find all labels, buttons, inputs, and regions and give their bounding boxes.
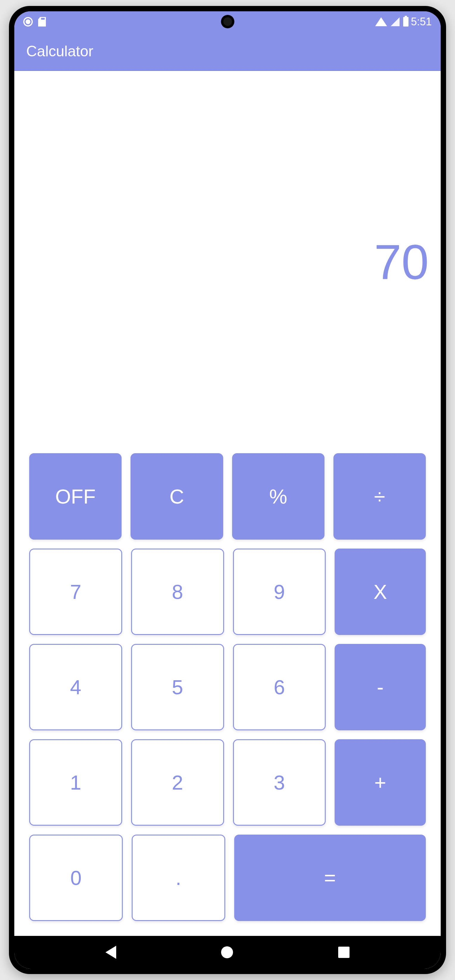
add-button[interactable]: +	[335, 739, 426, 826]
keypad-row-3: 4 5 6 -	[29, 644, 426, 730]
camera-notch	[221, 15, 234, 28]
percent-button[interactable]: %	[232, 453, 325, 539]
sd-card-icon	[38, 17, 46, 27]
eight-button[interactable]: 8	[131, 549, 224, 635]
home-button[interactable]	[221, 946, 233, 958]
divide-button[interactable]: ÷	[333, 453, 426, 539]
off-button[interactable]: OFF	[29, 453, 122, 539]
five-button[interactable]: 5	[131, 644, 224, 730]
signal-icon	[391, 17, 399, 26]
nine-button[interactable]: 9	[233, 549, 326, 635]
navigation-bar	[14, 936, 441, 969]
back-button[interactable]	[105, 946, 116, 959]
three-button[interactable]: 3	[233, 739, 326, 826]
app-bar: Calculator	[14, 32, 441, 71]
phone-device: 5:51 Calculator 70 OFF C % ÷ 7 8	[0, 0, 455, 980]
keypad-row-4: 1 2 3 +	[29, 739, 426, 826]
status-right: 5:51	[375, 16, 432, 28]
calculator-display: 70	[14, 71, 441, 453]
clock-text: 5:51	[411, 16, 432, 28]
screen: 5:51 Calculator 70 OFF C % ÷ 7 8	[14, 11, 441, 969]
equals-button[interactable]: =	[234, 835, 426, 921]
clear-button[interactable]: C	[130, 453, 223, 539]
wifi-icon	[375, 17, 387, 26]
six-button[interactable]: 6	[233, 644, 326, 730]
zero-button[interactable]: 0	[29, 835, 123, 921]
two-button[interactable]: 2	[131, 739, 224, 826]
keypad-row-5: 0 . =	[29, 835, 426, 921]
four-button[interactable]: 4	[29, 644, 122, 730]
recent-apps-button[interactable]	[338, 947, 350, 958]
decimal-button[interactable]: .	[132, 835, 225, 921]
keypad-row-1: OFF C % ÷	[29, 453, 426, 539]
subtract-button[interactable]: -	[335, 644, 426, 730]
battery-icon	[403, 17, 409, 27]
keypad-row-2: 7 8 9 X	[29, 549, 426, 635]
one-button[interactable]: 1	[29, 739, 122, 826]
phone-frame: 5:51 Calculator 70 OFF C % ÷ 7 8	[9, 6, 446, 974]
status-circle-icon	[23, 17, 33, 27]
keypad: OFF C % ÷ 7 8 9 X 4 5 6 -	[14, 453, 441, 936]
app-title: Calculator	[26, 43, 93, 60]
multiply-button[interactable]: X	[335, 549, 426, 635]
status-left	[23, 17, 46, 27]
display-value: 70	[374, 234, 429, 290]
seven-button[interactable]: 7	[29, 549, 122, 635]
